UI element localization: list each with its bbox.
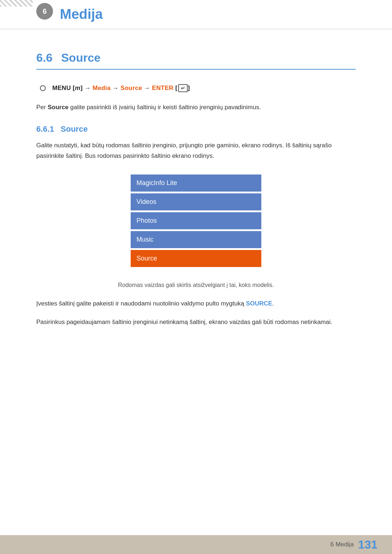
source-bold-note: SOURCE	[246, 300, 272, 307]
mockup-caption: Rodomas vaizdas gali skirtis atsižvelgia…	[36, 282, 356, 288]
page-footer: 6 Medija 131	[0, 535, 392, 554]
footer-text: 6 Medija	[330, 541, 354, 548]
note-2: Pasirinkus pageidaujamam šaltinio įrengi…	[36, 317, 356, 328]
note-1: Įvesties šaltinį galite pakeisti ir naud…	[36, 299, 356, 309]
menu-prefix: MENU [	[52, 85, 75, 91]
section-number: 6.6	[36, 51, 52, 65]
menu-item-photos[interactable]: Photos	[131, 212, 261, 229]
enter-icon: ↵	[178, 84, 188, 92]
section-description: Per Source galite pasirinkti iš įvairių …	[36, 102, 356, 113]
menu-item-label: MagicInfo Lite	[136, 179, 177, 187]
menu-middle: ] →	[81, 85, 93, 91]
subsection-title: Source	[61, 124, 88, 134]
close-bracket: ]	[188, 85, 190, 91]
menu-item-label: Music	[136, 236, 154, 243]
arrow2: →	[142, 85, 152, 91]
enter-bracket: [	[173, 85, 177, 91]
page-header: Medija	[0, 0, 392, 29]
bullet-circle	[40, 85, 46, 91]
page-number: 131	[358, 538, 377, 551]
source-bold: Source	[48, 104, 69, 111]
chapter-circle: 6	[36, 3, 53, 20]
menu-item-source[interactable]: Source	[131, 250, 261, 267]
media-label: Media	[93, 85, 111, 91]
menu-icon: m	[75, 85, 80, 91]
menu-item-magicinfo[interactable]: MagicInfo Lite	[131, 175, 261, 192]
menu-item-label: Videos	[136, 198, 156, 206]
top-stripe	[0, 0, 33, 7]
section-heading: 6.6 Source	[36, 51, 356, 70]
arrow1: →	[111, 85, 121, 91]
menu-item-music[interactable]: Music	[131, 231, 261, 248]
menu-mockup: MagicInfo Lite Videos Photos Music Sourc…	[131, 175, 261, 269]
menu-item-videos[interactable]: Videos	[131, 193, 261, 210]
page-title: Medija	[60, 7, 103, 22]
subsection-heading: 6.6.1 Source	[36, 124, 356, 134]
chapter-number: 6	[42, 7, 46, 16]
subsection-body-text: Galite nustatyti, kad būtų rodomas šalti…	[36, 140, 356, 161]
main-content: 6.6 Source MENU [m] → Media → Source → E…	[0, 29, 392, 379]
menu-instruction-text: MENU [m] → Media → Source → ENTER [↵]	[52, 84, 190, 92]
section-title: Source	[61, 51, 100, 65]
source-label: Source	[121, 85, 142, 91]
menu-item-label: Source	[136, 255, 157, 262]
menu-instruction-line: MENU [m] → Media → Source → ENTER [↵]	[36, 84, 356, 92]
enter-label: ENTER	[152, 85, 173, 91]
subsection-number: 6.6.1	[36, 124, 54, 134]
menu-item-label: Photos	[136, 217, 157, 225]
